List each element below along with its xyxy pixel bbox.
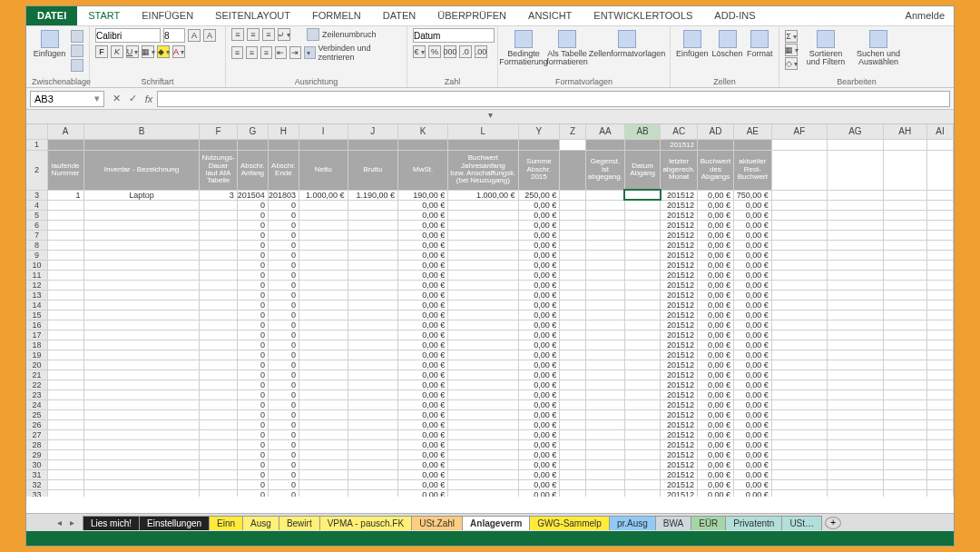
header-cell-AG[interactable] xyxy=(828,150,884,190)
cell-AB14[interactable] xyxy=(624,300,661,310)
cell-A11[interactable] xyxy=(47,270,83,280)
cell-K9[interactable]: 0,00 € xyxy=(398,250,448,260)
cell-H3[interactable]: 201803 xyxy=(268,190,299,200)
cell-I10[interactable] xyxy=(299,260,348,270)
cell-F26[interactable] xyxy=(200,419,237,429)
sheet-tab-einn[interactable]: Einn xyxy=(209,516,243,530)
cell-G29[interactable]: 0 xyxy=(237,449,268,459)
cell-K19[interactable]: 0,00 € xyxy=(398,350,448,360)
new-sheet-button[interactable]: + xyxy=(825,517,841,529)
col-header-AI[interactable]: AI xyxy=(926,124,953,139)
cell-G32[interactable]: 0 xyxy=(237,479,268,489)
cell-G28[interactable]: 0 xyxy=(237,439,268,449)
font-name-select[interactable] xyxy=(95,28,161,43)
cell-AD30[interactable]: 0,00 € xyxy=(698,459,734,469)
cell-Y20[interactable]: 0,00 € xyxy=(518,360,560,370)
cell-G24[interactable]: 0 xyxy=(237,399,268,409)
cell[interactable] xyxy=(771,139,827,150)
cell-AF27[interactable] xyxy=(771,429,827,439)
cell-G26[interactable]: 0 xyxy=(237,419,268,429)
cell-AD24[interactable]: 0,00 € xyxy=(698,399,734,409)
cell-AC4[interactable]: 201512 xyxy=(661,200,698,210)
cell-AE4[interactable]: 0,00 € xyxy=(733,200,771,210)
cell-AA28[interactable] xyxy=(585,439,624,449)
cell-AC33[interactable]: 201512 xyxy=(661,489,698,497)
cell-AI4[interactable] xyxy=(926,200,953,210)
decrease-indent-icon[interactable]: ⇤ xyxy=(275,46,287,59)
cell-Y12[interactable]: 0,00 € xyxy=(518,280,560,290)
cell-L23[interactable] xyxy=(448,389,518,399)
cell-AH6[interactable] xyxy=(883,220,926,230)
cell-AB19[interactable] xyxy=(624,350,661,360)
cell-AI27[interactable] xyxy=(926,429,953,439)
cell-J16[interactable] xyxy=(348,320,398,330)
cell-AA21[interactable] xyxy=(585,370,624,380)
cell-AF25[interactable] xyxy=(771,409,827,419)
cell-K5[interactable]: 0,00 € xyxy=(398,210,448,220)
tab-file[interactable]: DATEI xyxy=(26,6,77,25)
header-cell-AH[interactable] xyxy=(883,150,926,190)
cell-L18[interactable] xyxy=(448,340,518,350)
cell-Z15[interactable] xyxy=(560,310,586,320)
bold-button[interactable]: F xyxy=(95,45,108,58)
cell-AC31[interactable]: 201512 xyxy=(661,469,698,479)
cell-AH3[interactable] xyxy=(883,190,926,200)
cell-J18[interactable] xyxy=(348,340,398,350)
cell-AG24[interactable] xyxy=(828,399,884,409)
cancel-formula-icon[interactable]: ✕ xyxy=(108,93,124,104)
cell-AF13[interactable] xyxy=(771,290,827,300)
cell-AC19[interactable]: 201512 xyxy=(661,350,698,360)
cell-AH28[interactable] xyxy=(883,439,926,449)
sheet-tab-e-r[interactable]: EÜR xyxy=(691,516,726,530)
cell-H26[interactable]: 0 xyxy=(268,419,299,429)
cell-F20[interactable] xyxy=(200,360,237,370)
cell-J30[interactable] xyxy=(348,459,398,469)
cell-AA8[interactable] xyxy=(585,240,624,250)
cell-B15[interactable] xyxy=(83,310,200,320)
cell-AD20[interactable]: 0,00 € xyxy=(698,360,734,370)
cell-AD6[interactable]: 0,00 € xyxy=(698,220,734,230)
cell-F24[interactable] xyxy=(200,399,237,409)
cell-AB11[interactable] xyxy=(624,270,661,280)
cell-Z3[interactable] xyxy=(560,190,586,200)
cell-F16[interactable] xyxy=(200,320,237,330)
cell-AF15[interactable] xyxy=(771,310,827,320)
cell-B8[interactable] xyxy=(83,240,200,250)
cell-AD23[interactable]: 0,00 € xyxy=(698,389,734,399)
cell-AD15[interactable]: 0,00 € xyxy=(698,310,734,320)
cell-AE19[interactable]: 0,00 € xyxy=(733,350,771,360)
cell-21[interactable]: 21 xyxy=(26,370,47,380)
cell-AB7[interactable] xyxy=(624,230,661,240)
cell-AH4[interactable] xyxy=(883,200,926,210)
cell-A3[interactable]: 1 xyxy=(47,190,83,200)
cell-J21[interactable] xyxy=(348,370,398,380)
cell-J14[interactable] xyxy=(348,300,398,310)
cell-AB33[interactable] xyxy=(624,489,661,497)
cell-AH10[interactable] xyxy=(883,260,926,270)
cell-A13[interactable] xyxy=(47,290,83,300)
cell-AI7[interactable] xyxy=(926,230,953,240)
cell-J12[interactable] xyxy=(348,280,398,290)
copy-icon[interactable] xyxy=(71,44,83,57)
cell-Z21[interactable] xyxy=(560,370,586,380)
cell-AG15[interactable] xyxy=(828,310,884,320)
align-center-icon[interactable]: ≡ xyxy=(246,46,258,59)
cell-AC26[interactable]: 201512 xyxy=(661,419,698,429)
cell-AB26[interactable] xyxy=(624,419,661,429)
cell-AI32[interactable] xyxy=(926,479,953,489)
cell-31[interactable]: 31 xyxy=(26,469,47,479)
cell-AH21[interactable] xyxy=(883,370,926,380)
cell-AG23[interactable] xyxy=(828,389,884,399)
cell-AG8[interactable] xyxy=(828,240,884,250)
cell-B6[interactable] xyxy=(83,220,200,230)
cell-AF16[interactable] xyxy=(771,320,827,330)
cell-I17[interactable] xyxy=(299,330,348,340)
cell-AF7[interactable] xyxy=(771,230,827,240)
cell-AC24[interactable]: 201512 xyxy=(661,399,698,409)
cell-AD13[interactable]: 0,00 € xyxy=(698,290,734,300)
cell-AE31[interactable]: 0,00 € xyxy=(733,469,771,479)
cell-AD21[interactable]: 0,00 € xyxy=(698,370,734,380)
cell-AB20[interactable] xyxy=(624,360,661,370)
cell-Y25[interactable]: 0,00 € xyxy=(518,409,560,419)
cell-AA10[interactable] xyxy=(585,260,624,270)
